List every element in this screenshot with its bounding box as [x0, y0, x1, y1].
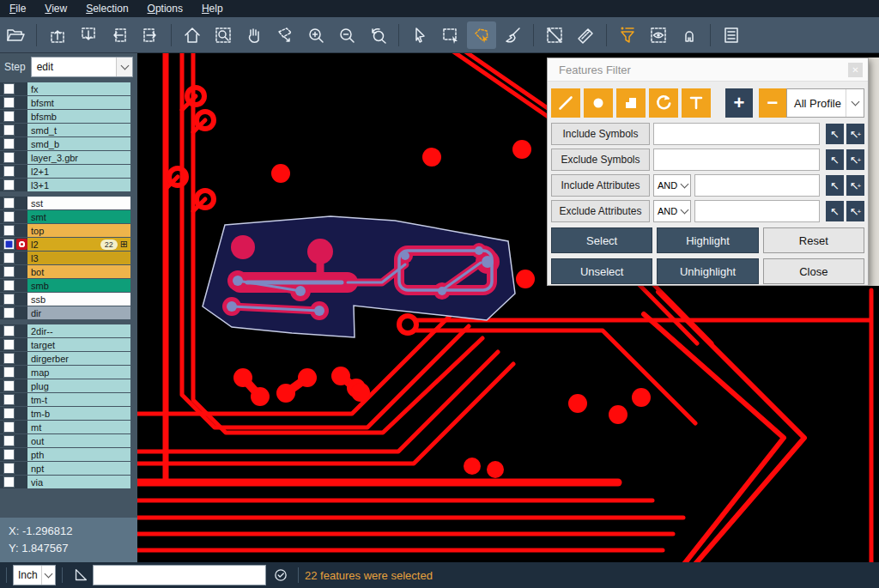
layer-name-cell[interactable]: smt⊞	[27, 210, 130, 223]
layer-visibility-checkbox[interactable]	[3, 353, 15, 364]
snap-mode-icon[interactable]	[675, 21, 704, 49]
layer-visibility-checkbox[interactable]	[3, 252, 15, 264]
layer-name-cell[interactable]: layer_3.gbr⊞	[27, 151, 130, 164]
layer-name-cell[interactable]: l2+1⊞	[27, 165, 130, 178]
layer-visibility-checkbox[interactable]	[3, 325, 15, 336]
pan-hand-icon[interactable]	[239, 21, 269, 49]
layer-row-l2+1[interactable]: l2+1⊞	[0, 165, 130, 178]
features-filter-icon[interactable]	[613, 21, 642, 49]
layer-visibility-checkbox[interactable]	[3, 435, 15, 446]
zoom-polygon-icon[interactable]	[270, 21, 300, 49]
zoom-previous-icon[interactable]	[363, 21, 392, 49]
layer-visibility-checkbox[interactable]	[3, 197, 15, 209]
close-icon[interactable]: ✕	[848, 63, 863, 77]
layer-visibility-checkbox[interactable]	[3, 138, 15, 149]
zoom-area-icon[interactable]	[209, 21, 238, 49]
layer-visibility-checkbox[interactable]	[3, 179, 15, 191]
layer-name-cell[interactable]: dirgerber⊞	[27, 352, 130, 365]
layer-name-cell[interactable]: out⊞	[27, 434, 130, 447]
layer-name-cell[interactable]: mt⊞	[27, 421, 130, 433]
measure-distance-icon[interactable]	[540, 21, 569, 49]
pick-add-symbol-button[interactable]: ↖+	[846, 124, 864, 144]
layer-visibility-checkbox[interactable]	[3, 166, 15, 177]
layer-row-map[interactable]: map⊞	[0, 366, 130, 379]
mode-subtract-button[interactable]: −	[759, 88, 786, 118]
select-polygon-icon[interactable]	[467, 21, 496, 49]
layer-visibility-checkbox[interactable]	[3, 294, 15, 305]
layer-row-2dir--[interactable]: 2dir--⊞	[0, 324, 130, 337]
select-arrow-icon[interactable]	[405, 21, 434, 49]
pan-left-icon[interactable]	[105, 21, 134, 49]
layer-row-dir[interactable]: dir⊞	[0, 306, 130, 319]
angle-corner-icon[interactable]	[72, 567, 89, 584]
layer-row-tm-t[interactable]: tm-t⊞	[0, 393, 130, 406]
mode-add-button[interactable]: +	[725, 88, 753, 118]
layer-row-dirgerber[interactable]: dirgerber⊞	[0, 352, 130, 365]
layer-visibility-checkbox[interactable]	[3, 408, 15, 419]
layer-name-cell[interactable]: l3+1⊞	[27, 179, 130, 191]
layer-row-l3[interactable]: l3⊞	[0, 252, 130, 264]
profile-select[interactable]: All Profile	[786, 88, 864, 118]
zoom-in-icon[interactable]	[301, 21, 330, 49]
menu-item-view[interactable]: View	[35, 0, 76, 17]
filter-text-button[interactable]	[682, 88, 711, 118]
include-attributes-button[interactable]: Include Attributes	[551, 174, 650, 197]
zoom-out-icon[interactable]	[332, 21, 361, 49]
layer-row-l3+1[interactable]: l3+1⊞	[0, 179, 130, 191]
layer-visibility-checkbox[interactable]	[3, 476, 15, 488]
pick-add-symbol-button[interactable]: ↖+	[846, 149, 864, 170]
layer-row-bfsmb[interactable]: bfsmb⊞	[0, 110, 130, 123]
filter-pad-button[interactable]	[584, 88, 613, 118]
open-file-icon[interactable]	[1, 21, 30, 49]
step-select[interactable]: edit	[31, 57, 133, 77]
layers-table-icon[interactable]	[717, 21, 746, 49]
layer-row-ssb[interactable]: ssb⊞	[0, 293, 130, 306]
menu-item-selection[interactable]: Selection	[76, 0, 137, 17]
menu-item-file[interactable]: File	[0, 0, 35, 17]
pick-add-attribute-button[interactable]: ↖+	[846, 201, 864, 221]
layer-row-mt[interactable]: mt⊞	[0, 421, 130, 433]
exclude-attributes-button[interactable]: Exclude Attributes	[551, 200, 650, 222]
layer-name-cell[interactable]: fx⊞	[27, 82, 130, 95]
layer-row-smd_t[interactable]: smd_t⊞	[0, 124, 130, 136]
layer-name-cell[interactable]: dir⊞	[27, 306, 130, 319]
pick-attribute-button[interactable]: ↖	[826, 175, 844, 196]
select-button[interactable]: Select	[551, 227, 652, 253]
layer-visibility-checkbox[interactable]	[3, 225, 15, 236]
layer-visibility-checkbox[interactable]	[3, 421, 15, 433]
menu-item-help[interactable]: Help	[192, 0, 233, 17]
include-symbols-input[interactable]	[653, 123, 820, 145]
pick-symbol-button[interactable]: ↖	[826, 149, 844, 170]
layer-row-top[interactable]: top⊞	[0, 224, 130, 237]
exclude-attributes-logic-select[interactable]: AND	[653, 200, 691, 222]
sync-check-icon[interactable]	[273, 567, 288, 583]
home-view-icon[interactable]	[178, 21, 207, 49]
highlight-button[interactable]: Highlight	[657, 227, 758, 253]
include-attributes-input[interactable]	[694, 174, 820, 197]
layer-visibility-checkbox[interactable]	[3, 394, 15, 405]
layer-row-tm-b[interactable]: tm-b⊞	[0, 407, 130, 420]
unselect-button[interactable]: Unselect	[551, 258, 652, 284]
layer-row-bfsmt[interactable]: bfsmt⊞	[0, 96, 130, 109]
unhighlight-button[interactable]: Unhighlight	[657, 258, 758, 284]
layer-visibility-checkbox[interactable]	[3, 449, 15, 460]
layer-row-l2[interactable]: l222⊞	[0, 238, 130, 251]
layer-row-smt[interactable]: smt⊞	[0, 210, 130, 223]
layer-row-via[interactable]: via⊞	[0, 476, 130, 488]
layer-visibility-checkbox[interactable]	[3, 239, 15, 250]
dialog-titlebar[interactable]: Features Filter ✕	[548, 58, 868, 82]
layer-name-cell[interactable]: sst⊞	[27, 197, 130, 209]
layer-visibility-checkbox[interactable]	[3, 280, 15, 291]
layer-name-cell[interactable]: via⊞	[27, 476, 130, 488]
layer-row-target[interactable]: target⊞	[0, 338, 130, 351]
layer-name-cell[interactable]: top⊞	[27, 224, 130, 237]
close-button[interactable]: Close	[763, 258, 864, 284]
layer-row-out[interactable]: out⊞	[0, 434, 130, 447]
layer-name-cell[interactable]: target⊞	[27, 338, 130, 351]
layer-row-bot[interactable]: bot⊞	[0, 265, 130, 278]
layer-name-cell[interactable]: map⊞	[27, 366, 130, 379]
menu-item-options[interactable]: Options	[138, 0, 192, 17]
filter-line-button[interactable]	[551, 88, 580, 118]
layer-name-cell[interactable]: npt⊞	[27, 462, 130, 475]
layer-row-smd_b[interactable]: smd_b⊞	[0, 137, 130, 150]
